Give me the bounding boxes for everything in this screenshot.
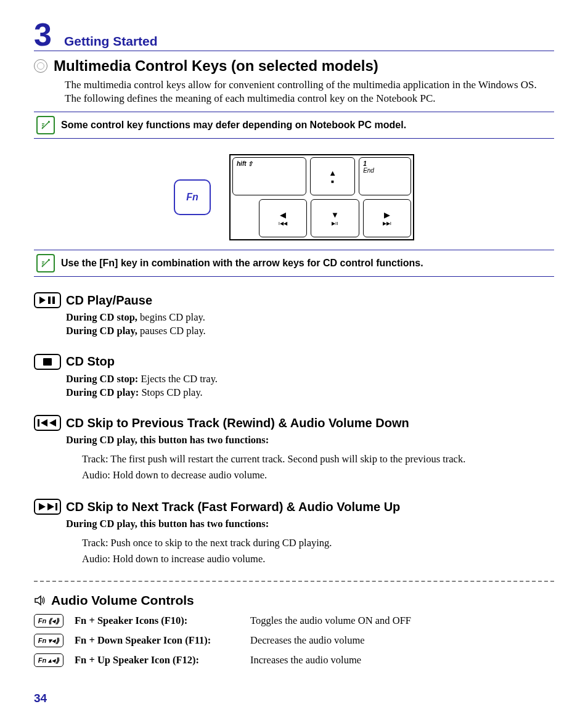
right-arrow-key: ▶▶▶I — [363, 199, 411, 237]
section-prev-track: CD Skip to Previous Track (Rewind) & Aud… — [34, 415, 554, 483]
svg-rect-3 — [38, 419, 39, 427]
volume-row: Fn ▴◂⟫ Fn + Up Speaker Icon (F12): Incre… — [34, 653, 554, 667]
volume-label: Fn + Down Speaker Icon (F11): — [75, 634, 250, 647]
svg-marker-5 — [49, 419, 56, 427]
svg-rect-1 — [48, 297, 51, 304]
section-body: During CD stop: Ejects the CD tray. Duri… — [66, 372, 554, 400]
note-icon — [36, 254, 55, 272]
dashed-separator — [34, 581, 554, 582]
note-block-1: Some control key functions may defer dep… — [34, 112, 554, 139]
volume-label: Fn + Up Speaker Icon (F12): — [75, 654, 250, 666]
page-container: 3 Getting Started Multimedia Control Key… — [0, 0, 588, 712]
svg-rect-2 — [52, 297, 55, 304]
svg-marker-7 — [47, 503, 54, 510]
section-title: CD Skip to Previous Track (Rewind) & Aud… — [66, 416, 409, 430]
fn-f10-icon: Fn ⟪◂⟫ — [34, 614, 63, 628]
note-block-2: Use the [Fn] key in combination with the… — [34, 250, 554, 277]
volume-row: Fn ⟪◂⟫ Fn + Speaker Icons (F10): Toggles… — [34, 614, 554, 628]
section-body: During CD play, this button has two func… — [66, 433, 554, 447]
svg-rect-8 — [55, 503, 57, 510]
skip-previous-icon — [34, 415, 61, 431]
end-key: 1End — [359, 157, 411, 195]
svg-marker-6 — [39, 503, 46, 510]
svg-marker-0 — [39, 297, 46, 304]
play-pause-icon — [34, 292, 61, 308]
volume-label: Fn + Speaker Icons (F10): — [75, 615, 250, 627]
note-icon — [36, 116, 55, 134]
note-text-1: Some control key functions may defer dep… — [61, 120, 406, 131]
section-next-track: CD Skip to Next Track (Fast Forward) & A… — [34, 499, 554, 567]
section-heading: Multimedia Control Keys (on selected mod… — [54, 57, 378, 75]
down-arrow-key: ▼▶II — [311, 199, 359, 237]
section-play-pause: CD Play/Pause During CD stop, begins CD … — [34, 292, 554, 338]
page-number: 34 — [34, 692, 554, 705]
note-text-2: Use the [Fn] key in combination with the… — [61, 258, 423, 269]
section-stop: CD Stop During CD stop: Ejects the CD tr… — [34, 354, 554, 400]
cd-disc-icon — [34, 59, 47, 73]
volume-row: Fn ▾◂⟫ Fn + Down Speaker Icon (F11): Dec… — [34, 634, 554, 647]
volume-desc: Toggles the audio volume ON and OFF — [250, 615, 411, 627]
intro-paragraph: The multimedia control keys allow for co… — [65, 78, 554, 105]
section-title: CD Stop — [66, 354, 115, 369]
section-details: Track: The first push will restart the c… — [82, 451, 554, 484]
svg-marker-4 — [41, 419, 47, 427]
volume-desc: Increases the audio volume — [250, 654, 361, 666]
up-arrow-key: ▲■ — [310, 157, 355, 195]
volume-desc: Decreases the audio volume — [250, 634, 365, 647]
chapter-header: 3 Getting Started — [34, 18, 554, 51]
section-title: CD Skip to Next Track (Fast Forward) & A… — [66, 500, 400, 514]
speaker-icon — [34, 594, 46, 607]
volume-controls-table: Fn ⟪◂⟫ Fn + Speaker Icons (F10): Toggles… — [34, 614, 554, 667]
audio-controls-heading-row: Audio Volume Controls — [34, 593, 554, 608]
section-body: During CD play, this button has two func… — [66, 517, 554, 531]
section-heading-row: Multimedia Control Keys (on selected mod… — [34, 57, 554, 75]
section-body: During CD stop, begins CD play. During C… — [66, 311, 554, 338]
chapter-title: Getting Started — [64, 34, 158, 49]
stop-icon — [34, 354, 61, 370]
section-title: CD Play/Pause — [66, 293, 152, 308]
chapter-number: 3 — [34, 18, 52, 51]
audio-controls-heading: Audio Volume Controls — [51, 593, 194, 608]
section-details: Track: Push once to skip to the next tra… — [82, 535, 554, 568]
skip-next-icon — [34, 499, 61, 515]
left-arrow-key: ◀I◀◀ — [259, 199, 307, 237]
shift-key: hift ⇧ — [232, 157, 306, 195]
keypad-illustration: hift ⇧ ▲■ 1End ◀I◀◀ ▼▶II ▶▶▶I — [229, 154, 414, 240]
fn-f11-icon: Fn ▾◂⟫ — [34, 634, 63, 647]
keyboard-illustration: Fn hift ⇧ ▲■ 1End ◀I◀◀ ▼▶II ▶▶▶I — [34, 154, 554, 240]
svg-marker-9 — [35, 596, 41, 605]
fn-f12-icon: Fn ▴◂⟫ — [34, 653, 63, 667]
fn-key-icon: Fn — [174, 179, 211, 215]
